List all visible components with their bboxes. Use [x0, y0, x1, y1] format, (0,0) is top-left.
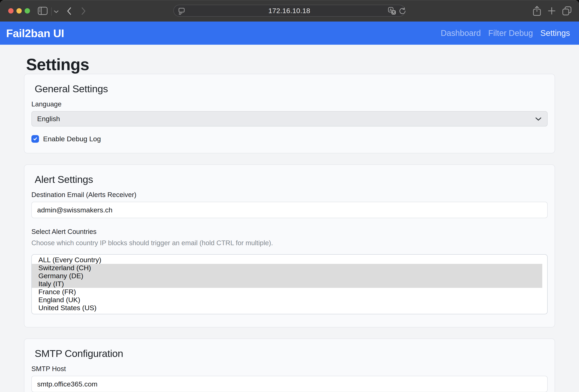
debug-log-row: Enable Debug Log — [31, 135, 548, 143]
nav-link[interactable]: Filter Debug — [488, 29, 533, 38]
alert-countries-label: Select Alert Countries — [31, 227, 548, 236]
chevron-down-icon[interactable] — [54, 10, 59, 13]
country-option[interactable]: United States (US) — [32, 304, 542, 312]
language-label: Language — [31, 100, 548, 108]
page-title: Settings — [26, 55, 555, 74]
country-option[interactable]: Italy (IT) — [32, 280, 542, 288]
country-option[interactable]: France (FR) — [32, 288, 542, 296]
window-controls — [8, 8, 30, 13]
minimize-window-button[interactable] — [16, 8, 22, 13]
smtp-host-input[interactable] — [31, 376, 548, 392]
debug-checkbox-label[interactable]: Enable Debug Log — [43, 135, 101, 143]
alert-settings-heading: Alert Settings — [35, 173, 548, 185]
country-option[interactable]: Switzerland (CH) — [32, 264, 542, 272]
chevron-down-icon — [535, 117, 541, 121]
toolbar-divider — [51, 7, 52, 16]
sidebar-icon[interactable] — [38, 7, 48, 15]
language-select[interactable]: English — [31, 111, 548, 126]
back-icon[interactable] — [67, 7, 72, 15]
country-option[interactable]: ALL (Every Country) — [32, 256, 542, 264]
debug-checkbox[interactable] — [31, 135, 39, 143]
tab-overview-icon[interactable] — [562, 6, 572, 16]
app-navbar: Fail2ban UI DashboardFilter DebugSetting… — [0, 21, 579, 45]
zoom-window-button[interactable] — [25, 8, 30, 13]
smtp-host-label: SMTP Host — [31, 365, 548, 373]
destination-email-label: Destination Email (Alerts Receiver) — [31, 191, 548, 199]
smtp-configuration-heading: SMTP Configuration — [35, 347, 548, 359]
address-bar[interactable]: 172.16.10.18 A — [173, 5, 405, 17]
general-settings-heading: General Settings — [35, 83, 548, 95]
general-settings-card: General Settings Language English Enable… — [24, 74, 555, 153]
browser-toolbar: 172.16.10.18 A — [0, 0, 579, 21]
translate-icon[interactable]: A — [388, 7, 396, 15]
country-multiselect[interactable]: ALL (Every Country)Switzerland (CH)Germa… — [31, 254, 548, 314]
new-tab-icon[interactable] — [548, 7, 556, 15]
browser-window: 172.16.10.18 A — [0, 0, 579, 392]
language-select-value: English — [37, 115, 60, 123]
country-option[interactable]: Germany (DE) — [32, 272, 542, 280]
app-brand[interactable]: Fail2ban UI — [6, 27, 64, 40]
destination-email-input[interactable] — [31, 202, 548, 218]
settings-page: Settings General Settings Language Engli… — [0, 45, 579, 392]
share-icon[interactable] — [533, 6, 541, 16]
close-window-button[interactable] — [8, 8, 13, 13]
country-option[interactable]: England (UK) — [32, 296, 542, 304]
alert-settings-card: Alert Settings Destination Email (Alerts… — [24, 165, 555, 328]
nav-links: DashboardFilter DebugSettings — [433, 29, 570, 38]
url-text[interactable]: 172.16.10.18 — [174, 5, 405, 16]
nav-link[interactable]: Settings — [540, 29, 570, 38]
check-icon — [33, 137, 37, 141]
alert-countries-help: Choose which country IP blocks should tr… — [31, 239, 548, 247]
smtp-configuration-card: SMTP Configuration SMTP Host — [24, 338, 555, 392]
reload-icon[interactable] — [399, 7, 406, 15]
nav-link[interactable]: Dashboard — [441, 29, 481, 38]
forward-icon[interactable] — [81, 7, 86, 15]
